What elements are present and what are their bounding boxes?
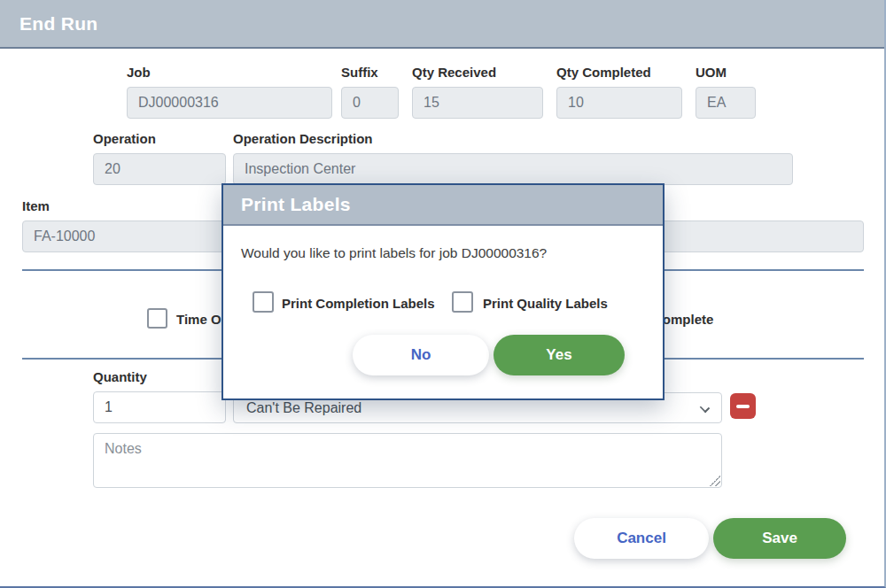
qty-received-label: Qty Received [412, 65, 496, 80]
print-quality-labels-label: Print Quality Labels [483, 296, 608, 311]
suffix-label: Suffix [341, 65, 378, 80]
window-header: End Run [0, 0, 884, 49]
qty-completed-field [556, 87, 682, 119]
qty-received-field [412, 87, 543, 119]
remove-row-button[interactable] [730, 393, 756, 419]
notes-textarea[interactable] [93, 433, 722, 488]
quantity-label: Quantity [93, 369, 147, 384]
modal-title: Print Labels [241, 194, 351, 215]
quantity-input[interactable] [93, 391, 226, 423]
operation-description-field [233, 153, 793, 185]
item-label: Item [22, 198, 50, 213]
minus-icon [736, 405, 750, 408]
time-only-checkbox[interactable] [147, 308, 167, 329]
operation-description-label: Operation Description [233, 131, 373, 146]
print-labels-modal: Print Labels Would you like to print lab… [222, 183, 664, 400]
yes-button[interactable]: Yes [494, 335, 625, 375]
no-button[interactable]: No [353, 335, 489, 375]
end-run-dialog: End Run Job Suffix Qty Received Qty Comp… [0, 0, 886, 588]
suffix-field [341, 87, 399, 119]
print-quality-labels-checkbox[interactable] [452, 291, 473, 313]
print-completion-labels-label: Print Completion Labels [282, 296, 435, 311]
uom-field [696, 87, 756, 119]
save-button[interactable]: Save [713, 518, 846, 559]
chevron-down-icon [700, 403, 710, 413]
window-title: End Run [19, 13, 97, 35]
uom-label: UOM [696, 65, 727, 80]
print-completion-labels-checkbox[interactable] [253, 291, 274, 313]
operation-label: Operation [93, 131, 156, 146]
modal-message: Would you like to print labels for job D… [241, 245, 547, 261]
operation-field [93, 153, 226, 185]
cancel-button[interactable]: Cancel [574, 518, 709, 559]
job-label: Job [127, 65, 151, 80]
job-field [127, 87, 332, 119]
qty-completed-label: Qty Completed [556, 65, 651, 80]
modal-header: Print Labels [223, 185, 663, 226]
reason-selected-value: Can't Be Repaired [246, 400, 361, 416]
